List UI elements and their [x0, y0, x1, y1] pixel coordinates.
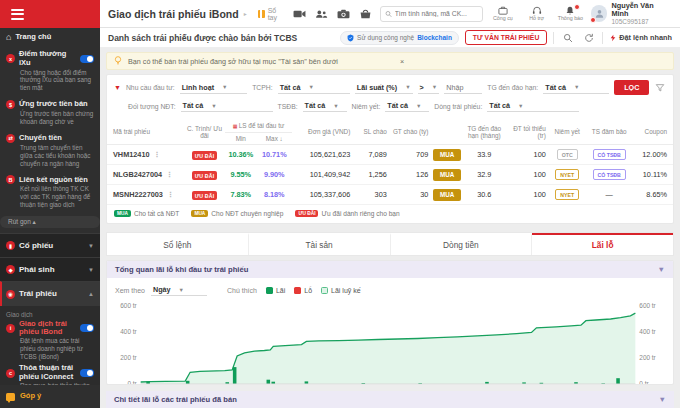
refresh-icon[interactable]	[581, 31, 596, 44]
flash-icon	[609, 33, 617, 43]
col-qty[interactable]: SL chào	[352, 120, 389, 145]
camera-icon[interactable]	[336, 7, 351, 20]
global-search[interactable]	[380, 6, 483, 22]
buy-button[interactable]: MUA	[433, 149, 461, 161]
sidebar-item-link-money[interactable]: B Liên kết nguồn tiền Kết nối liên thông…	[0, 171, 100, 213]
collapse-filters-icon[interactable]: ▼	[114, 84, 121, 91]
ixu-toggle[interactable]	[80, 55, 94, 63]
offer-value: 709	[389, 145, 431, 165]
bond-code[interactable]: MSNH2227003⋮	[107, 185, 184, 205]
rate-operator-select[interactable]: >▼	[418, 82, 440, 94]
col-code[interactable]: Mã trái phiếu	[107, 120, 184, 145]
tab-dong-tien[interactable]: Dòng tiền	[391, 233, 533, 255]
col-coupon[interactable]: Coupon	[632, 120, 673, 145]
kebab-icon[interactable]: ⋮	[166, 171, 173, 178]
col-price[interactable]: Đơn giá (VND)	[292, 120, 352, 145]
view-by-select[interactable]: Ngày▼	[151, 284, 207, 296]
user-menu[interactable]: Nguyễn Văn Minh 105C995187	[591, 2, 672, 25]
rate-max: 8.18%	[257, 185, 292, 205]
buy-button[interactable]: MUA	[433, 169, 461, 181]
menu-icon[interactable]	[11, 6, 24, 22]
filter-submit-button[interactable]: LỌC	[614, 80, 649, 95]
bond-line-select[interactable]: Tất cả▼	[487, 100, 579, 112]
collapse-button[interactable]: Rút gọn ▴	[0, 216, 100, 228]
chart-legend: Chú thích Lãi Lỗ Lãi luỹ kế	[227, 287, 361, 294]
clear-filter-icon[interactable]	[654, 81, 666, 94]
kebab-icon[interactable]: ⋮	[154, 151, 161, 158]
rate-select[interactable]: Lãi suất (%)▼	[355, 82, 413, 94]
sidebar-item-ibond[interactable]: i Giao dịch trái phiếu iBond Đặt lệnh mu…	[6, 320, 94, 361]
col-min-invest[interactable]: ĐT tối thiểu (tr)	[504, 120, 547, 145]
bond-table: Mã trái phiếu C. Trình/ Ưu đãi ▦ LS để t…	[107, 120, 673, 205]
col-max[interactable]: Max ↓	[257, 132, 292, 145]
portfolio-tabs: Sổ lệnh Tài sản Dòng tiền Lãi lỗ	[106, 232, 674, 256]
investor-select[interactable]: Tất cả▼	[181, 100, 273, 112]
sidebar: ⌂ Trang chủ x Điểm thưởng iXu Cho tặng h…	[0, 0, 100, 408]
avatar	[591, 5, 608, 22]
iconnect-toggle[interactable]	[80, 369, 94, 377]
sidebar-item-advance[interactable]: $ Ứng trước tiền bán Ứng trước tiền bán …	[0, 96, 100, 130]
pnl-detail-header[interactable]: Chi tiết lãi lỗ các trái phiếu đã bán ▼	[106, 391, 674, 408]
kebab-icon[interactable]: ⋮	[167, 191, 174, 198]
transfer-desc: Trung tâm chuyển tiền giữa các tiểu khoả…	[6, 144, 94, 168]
col-value[interactable]: GT chào (tỷ)	[389, 120, 431, 145]
issuer-select[interactable]: Tất cả▼	[278, 82, 350, 94]
pnl-chart[interactable]: 0 tr0 tr200 tr200 tr400 tr400 tr600 tr60…	[107, 298, 673, 385]
community-icon[interactable]	[314, 7, 329, 20]
buy-button[interactable]: MUA	[433, 189, 461, 201]
sidebar-item-iconnect[interactable]: c Thỏa thuận trái phiếu iConnect Rao mua…	[6, 364, 94, 385]
headset-icon	[532, 6, 542, 15]
stocks-label: Cổ phiếu	[19, 241, 53, 250]
market-icon[interactable]	[358, 7, 373, 20]
video-icon[interactable]	[292, 7, 307, 20]
tab-so-lenh[interactable]: Sổ lệnh	[107, 233, 249, 255]
notifications-button[interactable]: Thông báo	[557, 6, 584, 21]
collateral-badge: —	[587, 185, 632, 205]
invest-need-select[interactable]: Linh hoạt▼	[180, 82, 248, 94]
search-icon[interactable]	[560, 31, 575, 44]
ibond-icon: i	[6, 324, 15, 333]
divider	[602, 32, 603, 44]
tab-tai-san[interactable]: Tài sản	[249, 233, 391, 255]
tab-lai-lo[interactable]: Lãi lỗ	[532, 233, 673, 255]
rate-input[interactable]	[444, 82, 482, 94]
sidebar-item-home[interactable]: ⌂ Trang chủ	[0, 28, 100, 46]
legend-cumulative: Lãi luỹ kế	[321, 287, 361, 294]
iconnect-icon: c	[6, 369, 15, 378]
col-collateral[interactable]: TS đảm bảo	[587, 120, 632, 145]
main-area: Giao dịch trái phiếu iBond ▸ Sổ tay	[100, 0, 680, 408]
table-row[interactable]: MSNH2227003⋮ ƯU ĐÃI 7.83% 8.18% 105,337,…	[107, 185, 673, 205]
bond-code[interactable]: VHM12410⋮	[107, 145, 184, 165]
listed-select[interactable]: Tất cả▼	[385, 100, 429, 112]
col-min[interactable]: Min	[225, 132, 257, 145]
quick-order-button[interactable]: Đặt lệnh nhanh	[609, 33, 672, 43]
handbook-button[interactable]: Sổ tay	[258, 7, 288, 21]
view-by-label: Xem theo	[115, 287, 145, 294]
listed-filter-label: Niêm yết:	[352, 103, 381, 110]
sidebar-section-derivatives[interactable]: ◆ Phái sinh ▼	[0, 257, 100, 281]
search-input[interactable]	[395, 10, 478, 17]
pnl-overview-header[interactable]: Tổng quan lãi lỗ khi đầu tư trái phiếu ▼	[107, 261, 673, 278]
tools-button[interactable]: Công cụ	[490, 6, 517, 21]
sidebar-section-stocks[interactable]: ▮ Cổ phiếu ▼	[0, 233, 100, 257]
maturity-select[interactable]: Tất cả▼	[543, 82, 609, 94]
table-row[interactable]: NLGB2427004⋮ ƯU ĐÃI 9.55% 9.90% 101,409,…	[107, 165, 673, 185]
bond-advisory-button[interactable]: TƯ VẤN TRÁI PHIẾU	[465, 30, 547, 45]
support-button[interactable]: Hỗ trợ	[523, 6, 550, 21]
rate-max: 10.71%	[257, 145, 292, 165]
sidebar-item-transfer[interactable]: ⇄ Chuyển tiền Trung tâm chuyển tiền giữa…	[0, 130, 100, 172]
bond-code[interactable]: NLGB2427004⋮	[107, 165, 184, 185]
sidebar-section-bonds[interactable]: ◉ Trái phiếu ▲	[0, 281, 100, 305]
collateral-select[interactable]: Tất cả▼	[303, 100, 347, 112]
close-icon[interactable]: ×	[400, 57, 666, 66]
sidebar-item-ixu[interactable]: x Điểm thưởng iXu Cho tặng hoặc đổi điểm…	[0, 46, 100, 96]
ibond-toggle[interactable]	[80, 324, 94, 332]
pnl-detail-title: Chi tiết lãi lỗ các trái phiếu đã bán	[114, 395, 237, 404]
col-listed[interactable]: Niêm yết	[548, 120, 587, 145]
col-maturity[interactable]: TG đến đáo hạn (tháng)	[464, 120, 504, 145]
sidebar-item-feedback[interactable]: Góp ý	[0, 385, 100, 408]
table-row[interactable]: VHM12410⋮ ƯU ĐÃI 10.36% 10.71% 105,621,6…	[107, 145, 673, 165]
col-ls-group[interactable]: ▦ LS để tái đầu tư	[225, 120, 292, 132]
col-program[interactable]: C. Trình/ Ưu đãi	[184, 120, 225, 145]
bulb-icon	[114, 56, 122, 66]
